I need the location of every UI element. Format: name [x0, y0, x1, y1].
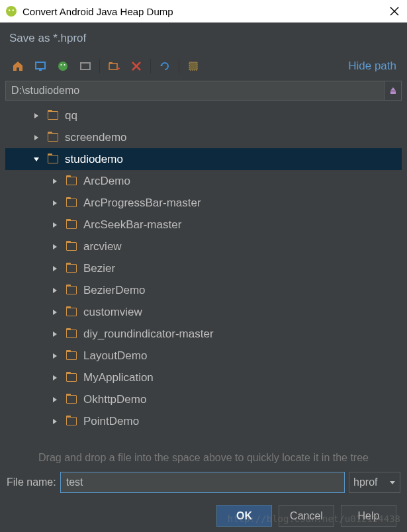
tree-row[interactable]: ArcSeekBar-master [5, 214, 402, 236]
filename-row: File name: hprof [5, 472, 402, 493]
tree-row[interactable]: MyApplication [5, 367, 402, 388]
tree-row[interactable]: LayoutDemo [5, 345, 402, 367]
svg-marker-29 [53, 266, 57, 271]
svg-rect-7 [39, 69, 42, 71]
chevron-right-icon[interactable] [50, 286, 60, 295]
folder-icon [66, 199, 77, 207]
folder-icon [66, 264, 77, 273]
folder-tree[interactable]: qqscreendemostudiodemoArcDemoArcProgress… [5, 102, 402, 447]
filename-input[interactable] [60, 472, 345, 493]
svg-marker-23 [34, 135, 38, 140]
chevron-right-icon[interactable] [50, 308, 60, 317]
delete-icon[interactable] [125, 56, 148, 76]
path-history-icon[interactable] [384, 81, 402, 101]
svg-text:+: + [117, 66, 120, 72]
cancel-button[interactable]: Cancel [279, 505, 334, 527]
desktop-icon[interactable] [29, 56, 52, 76]
show-hidden-icon[interactable] [182, 56, 204, 76]
tree-item-label: qq [65, 109, 77, 122]
chevron-right-icon[interactable] [50, 220, 60, 230]
window-title: Convert Android Java Heap Dump [23, 6, 390, 17]
tree-row[interactable]: customview [5, 301, 402, 323]
tree-row[interactable]: diy_roundindicator-master [5, 323, 402, 345]
svg-point-10 [64, 64, 65, 66]
chevron-right-icon[interactable] [32, 133, 41, 142]
folder-icon [66, 330, 77, 338]
tree-item-label: customview [83, 306, 142, 319]
tree-row[interactable]: arcview [5, 236, 402, 257]
svg-rect-13 [109, 62, 113, 64]
chevron-right-icon[interactable] [50, 395, 60, 404]
chevron-right-icon[interactable] [50, 417, 60, 426]
tree-row[interactable]: screendemo [5, 126, 402, 148]
svg-rect-12 [109, 64, 117, 69]
tree-item-label: BezierDemo [83, 284, 146, 297]
new-folder-icon[interactable]: + [103, 56, 125, 76]
svg-marker-34 [53, 375, 57, 380]
tree-row[interactable]: ArcDemo [5, 170, 402, 192]
chevron-right-icon[interactable] [50, 199, 60, 208]
folder-icon [48, 133, 58, 142]
folder-icon [66, 220, 77, 229]
tree-item-label: LayoutDemo [83, 349, 147, 363]
svg-point-1 [9, 9, 10, 11]
tree-item-label: MyApplication [83, 371, 154, 384]
chevron-right-icon[interactable] [50, 264, 60, 273]
chevron-down-icon [389, 479, 396, 486]
tree-row[interactable]: PointDemo [5, 410, 402, 432]
extension-select[interactable]: hprof [349, 472, 400, 493]
svg-marker-26 [53, 200, 57, 206]
module-icon[interactable] [74, 56, 97, 76]
chevron-right-icon[interactable] [50, 177, 60, 186]
tree-row[interactable]: qq [5, 105, 402, 126]
chevron-right-icon[interactable] [50, 330, 60, 339]
svg-marker-25 [53, 179, 57, 184]
chevron-right-icon[interactable] [50, 242, 60, 251]
tree-item-label: OkhttpDemo [83, 393, 146, 406]
svg-rect-20 [390, 91, 396, 94]
extension-value: hprof [353, 476, 377, 488]
ok-button[interactable]: OK [216, 505, 272, 527]
help-button[interactable]: Help [341, 505, 396, 527]
tree-row[interactable]: BezierDemo [5, 279, 402, 301]
svg-rect-11 [81, 63, 90, 69]
svg-point-0 [6, 6, 17, 17]
svg-marker-31 [53, 310, 57, 315]
toolbar: + Hide path [5, 54, 402, 78]
chevron-right-icon[interactable] [32, 111, 41, 120]
tree-row[interactable]: Bezier [5, 257, 402, 279]
tree-row[interactable]: OkhttpDemo [5, 388, 402, 410]
path-input[interactable] [5, 81, 384, 101]
hide-path-link[interactable]: Hide path [348, 60, 400, 73]
folder-icon [66, 373, 77, 382]
svg-marker-27 [53, 222, 57, 228]
separator [179, 59, 179, 73]
tree-item-label: PointDemo [83, 415, 139, 428]
separator [99, 59, 100, 73]
chevron-down-icon[interactable] [32, 155, 41, 164]
filename-label: File name: [7, 476, 56, 488]
chevron-right-icon[interactable] [50, 351, 60, 361]
svg-marker-5 [13, 62, 23, 71]
folder-icon [66, 286, 77, 294]
refresh-icon[interactable] [154, 56, 176, 76]
folder-icon [66, 351, 77, 360]
separator [150, 59, 151, 73]
folder-icon [66, 242, 77, 251]
tree-item-label: ArcProgressBar-master [83, 197, 201, 210]
chevron-right-icon[interactable] [50, 373, 60, 382]
tree-row[interactable]: studiodemo [5, 148, 402, 170]
tree-item-label: screendemo [65, 131, 127, 144]
folder-icon [66, 395, 77, 404]
folder-icon [48, 111, 58, 120]
tree-item-label: arcview [83, 240, 122, 253]
home-icon[interactable] [7, 56, 29, 76]
tree-row[interactable]: ArcProgressBar-master [5, 192, 402, 214]
folder-icon [48, 155, 58, 163]
project-icon[interactable] [52, 56, 74, 76]
folder-icon [66, 417, 77, 425]
tree-item-label: ArcSeekBar-master [83, 218, 181, 232]
close-icon[interactable] [390, 7, 399, 16]
svg-marker-37 [390, 481, 395, 484]
svg-marker-24 [34, 157, 39, 161]
